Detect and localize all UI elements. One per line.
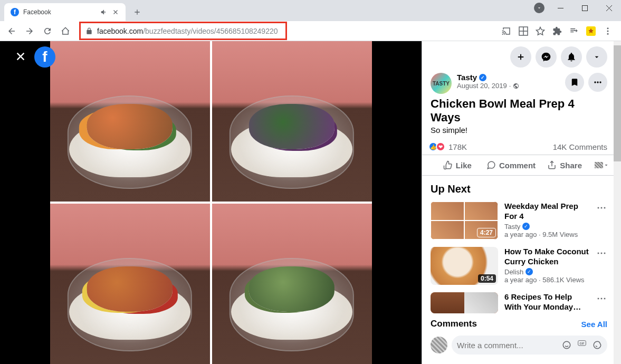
upnext-meta: a year ago · 9.5M Views: [504, 231, 590, 238]
upnext-meta: a year ago · 586.1K Views: [504, 276, 590, 284]
tab-close-icon[interactable]: [112, 8, 119, 16]
page-name[interactable]: Tasty ✓: [457, 73, 560, 82]
up-next-heading: Up Next: [422, 176, 621, 199]
emoji-icon[interactable]: [562, 340, 571, 350]
upnext-item[interactable]: 4:27 Weekday Meal Prep For 4 Tasty✓ a ye…: [422, 199, 621, 245]
verified-badge-icon: ✓: [479, 74, 486, 81]
create-button[interactable]: [510, 46, 531, 68]
globe-icon: [513, 83, 519, 89]
comment-count[interactable]: 14K Comments: [553, 142, 607, 151]
upnext-title: 6 Recipes To Help With Your Monday…: [504, 292, 590, 312]
svg-rect-0: [558, 8, 563, 8]
comments-header: Comments See All: [422, 314, 621, 332]
svg-text:GIF: GIF: [580, 342, 585, 345]
upnext-thumbnail: 0:54: [431, 247, 498, 285]
reload-button[interactable]: [40, 24, 55, 39]
svg-point-6: [594, 81, 596, 83]
home-button[interactable]: [58, 24, 73, 39]
upnext-title: Weekday Meal Prep For 4: [504, 202, 590, 222]
notifications-button[interactable]: [561, 46, 582, 68]
bookmark-star-icon[interactable]: [536, 26, 545, 36]
account-menu-button[interactable]: [586, 46, 607, 68]
like-button[interactable]: Like: [431, 157, 484, 173]
reactions-row: 👍 ❤ 178K 14K Comments: [422, 139, 621, 155]
upnext-more-icon[interactable]: ⋯: [597, 247, 607, 285]
upnext-thumbnail: [431, 292, 498, 313]
upnext-more-icon[interactable]: ⋯: [597, 292, 607, 313]
browser-tab[interactable]: f Facebook: [4, 3, 126, 21]
love-reaction-icon: ❤: [436, 142, 445, 151]
browser-toolbar: facebook.com/buzzfeedtasty/videos/456685…: [0, 21, 621, 41]
food-bowl-3: [50, 204, 210, 364]
page-avatar[interactable]: TASTY: [431, 73, 452, 94]
upnext-more-icon[interactable]: ⋯: [597, 202, 607, 240]
comment-composer: GIF: [422, 332, 621, 359]
comments-heading: Comments: [431, 319, 477, 329]
cast-icon[interactable]: [502, 26, 511, 36]
post-date: August 20, 2019·: [457, 82, 560, 90]
sticker-icon[interactable]: [593, 340, 602, 350]
post-more-button[interactable]: [588, 73, 607, 92]
sidebar-header-actions: [422, 41, 621, 73]
food-bowl-1: [50, 41, 210, 202]
verified-badge-icon: ✓: [522, 223, 530, 230]
back-button[interactable]: [4, 24, 19, 39]
video-player-area[interactable]: f: [0, 41, 422, 364]
url-text: facebook.com/buzzfeedtasty/videos/456685…: [97, 27, 278, 35]
see-all-link[interactable]: See All: [581, 320, 607, 329]
comment-button[interactable]: Comment: [484, 157, 538, 173]
close-window-button[interactable]: [597, 0, 621, 16]
chrome-menu-icon[interactable]: [603, 26, 613, 36]
upnext-source: Delish✓: [504, 268, 590, 276]
svg-point-7: [597, 81, 598, 83]
lock-icon: [85, 27, 93, 35]
share-button[interactable]: Share: [538, 157, 591, 173]
new-tab-button[interactable]: [130, 5, 145, 20]
profile-button[interactable]: [530, 0, 548, 16]
svg-point-4: [607, 30, 609, 32]
upnext-item[interactable]: 0:54 How To Make Coconut Curry Chicken D…: [422, 245, 621, 290]
maximize-button[interactable]: [572, 0, 597, 16]
post-title: Chicken Bowl Meal Prep 4 Ways: [422, 96, 621, 124]
sidebar-scrollbar[interactable]: [614, 41, 621, 364]
save-video-button[interactable]: [565, 73, 584, 92]
reaction-count[interactable]: 👍 ❤ 178K: [431, 142, 467, 151]
extensions-puzzle-icon[interactable]: [552, 26, 562, 36]
verified-badge-icon: ✓: [526, 268, 533, 275]
upnext-source: Tasty✓: [504, 223, 590, 231]
gif-icon[interactable]: GIF: [577, 340, 587, 350]
address-bar[interactable]: facebook.com/buzzfeedtasty/videos/456685…: [79, 23, 495, 39]
pinned-extension-icon[interactable]: [586, 26, 596, 36]
tab-audio-icon[interactable]: [100, 8, 108, 16]
tab-title: Facebook: [23, 8, 96, 16]
svg-point-9: [563, 341, 570, 349]
toolbar-extensions: [502, 26, 617, 36]
user-avatar[interactable]: [431, 337, 447, 353]
reading-list-icon[interactable]: [569, 26, 579, 36]
upnext-item[interactable]: 6 Recipes To Help With Your Monday… ⋯: [422, 290, 621, 314]
grid-extension-icon[interactable]: [519, 26, 528, 36]
upnext-thumbnail: 4:27: [431, 202, 498, 240]
svg-point-8: [599, 81, 601, 83]
facebook-favicon: f: [11, 8, 19, 16]
comment-input-wrapper[interactable]: GIF: [452, 336, 607, 355]
upnext-title: How To Make Coconut Curry Chicken: [504, 247, 590, 267]
comment-input[interactable]: [457, 341, 562, 350]
food-bowl-2: [212, 41, 372, 202]
action-dropdown[interactable]: [591, 157, 613, 173]
facebook-logo[interactable]: f: [34, 46, 55, 68]
minimize-button[interactable]: [548, 0, 572, 16]
messenger-button[interactable]: [536, 46, 557, 68]
forward-button[interactable]: [22, 24, 37, 39]
post-header: TASTY Tasty ✓ August 20, 2019·: [422, 73, 621, 94]
post-caption: So simple!: [422, 124, 621, 139]
main-content: f TASTY Tasty ✓ August 20, 2019·: [0, 41, 621, 364]
close-video-button[interactable]: [15, 51, 26, 62]
svg-point-5: [607, 33, 609, 34]
food-bowl-4: [212, 204, 372, 364]
window-controls: [530, 0, 621, 16]
svg-point-3: [607, 27, 609, 29]
post-action-row: Like Comment Share: [422, 155, 621, 176]
svg-rect-1: [582, 5, 587, 11]
video-sidebar: TASTY Tasty ✓ August 20, 2019· Chicken B…: [422, 41, 621, 364]
